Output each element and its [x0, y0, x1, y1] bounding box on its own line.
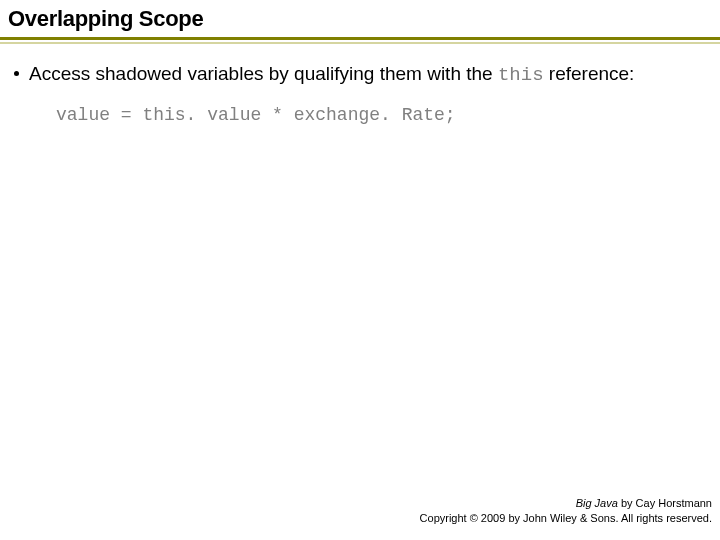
content-area: Access shadowed variables by qualifying … — [0, 44, 720, 128]
footer: Big Java by Cay Horstmann Copyright © 20… — [420, 496, 712, 526]
footer-author: by Cay Horstmann — [618, 497, 712, 509]
code-block: value = this. value * exchange. Rate; — [10, 103, 710, 127]
footer-book-title: Big Java — [576, 497, 618, 509]
bullet-dot-icon — [14, 71, 19, 76]
bullet-item: Access shadowed variables by qualifying … — [10, 62, 710, 87]
rule-dark — [0, 37, 720, 40]
footer-line-1: Big Java by Cay Horstmann — [420, 496, 712, 511]
bullet-text-post: reference: — [544, 63, 635, 84]
title-rule — [0, 37, 720, 44]
bullet-text: Access shadowed variables by qualifying … — [29, 62, 710, 87]
title-bar: Overlapping Scope — [0, 0, 720, 35]
slide: Overlapping Scope Access shadowed variab… — [0, 0, 720, 540]
bullet-text-pre: Access shadowed variables by qualifying … — [29, 63, 498, 84]
slide-title: Overlapping Scope — [8, 6, 203, 31]
footer-copyright: Copyright © 2009 by John Wiley & Sons. A… — [420, 511, 712, 526]
bullet-inline-code: this — [498, 64, 544, 86]
